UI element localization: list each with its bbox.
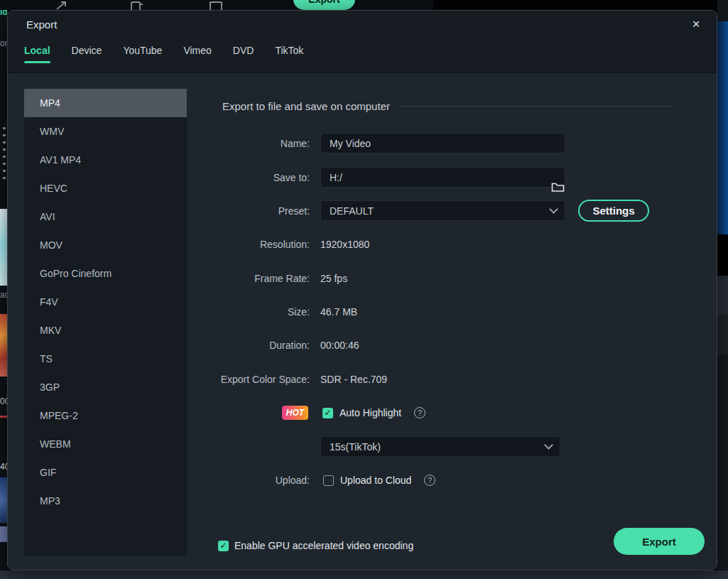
resolution-label: Resolution: [132,239,310,250]
preview-area-fragment [717,21,728,234]
clip-thumbnail [0,209,7,286]
frame-rate-value: 25 fps [320,273,347,284]
resolution-value: 1920x1080 [320,239,369,250]
dialog-header [8,11,717,73]
upload-row: Upload to Cloud ? [323,475,435,486]
frame-rate-label: Frame Rate: [132,273,310,284]
filmora-app: Export id on ac 00 40 Export × Local Dev… [0,0,728,579]
clip-thumbnail [0,477,7,523]
tab-vimeo[interactable]: Vimeo [183,45,211,63]
upload-to-cloud-checkbox[interactable] [323,475,334,486]
format-item-webm[interactable]: WEBM [24,430,187,458]
size-value: 46.7 MB [320,306,357,318]
panel-row-fragment [717,315,728,355]
preset-value: DEFAULT [330,205,374,217]
format-item-av1mp4[interactable]: AV1 MP4 [24,146,187,174]
settings-button[interactable]: Settings [578,200,649,222]
background-text-fragment: on [0,38,7,48]
clip-thumbnail [0,314,7,377]
format-item-mpeg2[interactable]: MPEG-2 [24,401,187,430]
laptop-icon [207,1,224,10]
background-toolbar: Export [0,0,728,10]
color-space-value: SDR - Rec.709 [320,374,387,385]
background-toolbar-dark-area [433,0,717,10]
gpu-row: ✓ Enable GPU accelerated video encoding [218,540,413,551]
export-tab-bar: Local Device YouTube Vimeo DVD TikTok [24,45,303,63]
help-icon[interactable]: ? [414,407,425,418]
background-statusbar [0,570,728,579]
background-text-fragment: ac [0,290,7,300]
share-arrow-icon [55,1,72,10]
tab-local[interactable]: Local [24,45,50,63]
save-to-label: Save to: [132,172,310,183]
browse-folder-button[interactable] [545,178,570,196]
preset-label: Preset: [132,205,310,217]
size-label: Size: [132,306,310,318]
tab-device[interactable]: Device [72,45,102,63]
upload-label: Upload: [132,475,310,486]
chevron-down-icon [544,440,553,450]
background-text-fragment: 00 [0,396,7,406]
background-export-button[interactable]: Export [293,0,355,10]
tab-dvd[interactable]: DVD [233,45,254,63]
audio-track-bar [0,526,7,542]
auto-highlight-row: ✓ Auto Highlight ? [322,407,425,418]
gpu-encoding-label: Enable GPU accelerated video encoding [234,540,413,551]
format-item-mp4[interactable]: MP4 [24,89,187,117]
auto-highlight-label: Auto Highlight [339,407,401,418]
tab-tiktok[interactable]: TikTok [275,45,303,63]
background-text-fragment: id [0,10,7,17]
highlight-duration-value: 15s(TikTok) [330,441,381,453]
section-divider [400,106,672,107]
format-item-mp3[interactable]: MP3 [24,487,187,515]
name-label: Name: [132,138,310,149]
close-icon[interactable]: × [687,15,705,33]
background-right-panel [717,0,728,579]
color-space-label: Export Color Space: [132,374,310,385]
track-dashes [3,127,6,180]
export-dialog: Export × Local Device YouTube Vimeo DVD … [7,10,717,570]
device-icon [129,1,143,10]
preview-letterbox [717,234,728,276]
timeline-area-fragment [717,355,728,570]
export-button[interactable]: Export [614,528,705,555]
auto-highlight-checkbox[interactable]: ✓ [322,408,333,418]
name-input[interactable] [320,133,565,153]
duration-value: 00:00:46 [320,340,359,351]
section-heading: Export to file and save on computer [222,100,390,112]
preset-dropdown[interactable]: DEFAULT [320,200,565,221]
folder-icon [551,181,565,193]
duration-label: Duration: [132,340,310,351]
playhead-line [0,416,7,418]
dialog-title: Export [26,18,57,31]
highlight-duration-dropdown[interactable]: 15s(TikTok) [320,436,560,457]
background-left-panel: id on ac 00 40 [0,10,7,570]
help-icon[interactable]: ? [424,475,435,486]
save-to-input[interactable]: H:/ [320,167,565,188]
tab-youtube[interactable]: YouTube [123,45,162,63]
panel-row-fragment [717,276,728,315]
background-text-fragment: 40 [0,462,7,472]
hot-badge: HOT [282,406,308,420]
chevron-down-icon [549,205,558,214]
upload-to-cloud-label: Upload to Cloud [340,475,411,486]
gpu-encoding-checkbox[interactable]: ✓ [218,541,229,551]
